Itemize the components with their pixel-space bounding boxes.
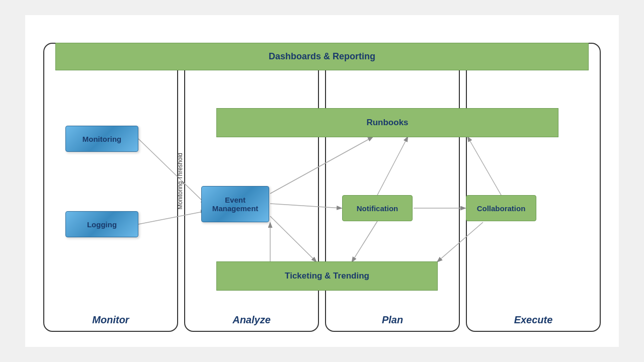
dashboards-bar: Dashboards & Reporting — [55, 43, 589, 70]
notification-text: Notification — [357, 204, 398, 213]
monitoring-box: Monitoring — [65, 126, 138, 152]
notification-box: Notification — [342, 195, 413, 221]
execute-lane: Execute — [466, 43, 601, 332]
diagram-canvas: Monitor Analyze Plan Execute Dashboards … — [25, 15, 619, 347]
execute-label: Execute — [467, 314, 600, 326]
monitoring-threshold-label: Monitoring Threshold — [175, 126, 185, 236]
logging-text: Logging — [87, 220, 117, 229]
monitoring-threshold-text: Monitoring Threshold — [177, 153, 184, 210]
monitor-lane: Monitor — [43, 43, 178, 332]
event-management-text: Event Management — [202, 196, 269, 213]
dashboards-label: Dashboards & Reporting — [269, 51, 375, 62]
monitoring-text: Monitoring — [83, 135, 121, 143]
collaboration-box: Collaboration — [466, 195, 536, 221]
ticketing-bar: Ticketing & Trending — [216, 261, 438, 291]
runbooks-label: Runbooks — [366, 118, 408, 128]
plan-label: Plan — [326, 314, 459, 326]
runbooks-bar: Runbooks — [216, 108, 558, 137]
collaboration-text: Collaboration — [477, 204, 526, 213]
monitor-label: Monitor — [44, 314, 177, 326]
analyze-label: Analyze — [185, 314, 318, 326]
event-management-box: Event Management — [201, 186, 269, 222]
ticketing-label: Ticketing & Trending — [285, 271, 369, 281]
logging-box: Logging — [65, 211, 138, 237]
